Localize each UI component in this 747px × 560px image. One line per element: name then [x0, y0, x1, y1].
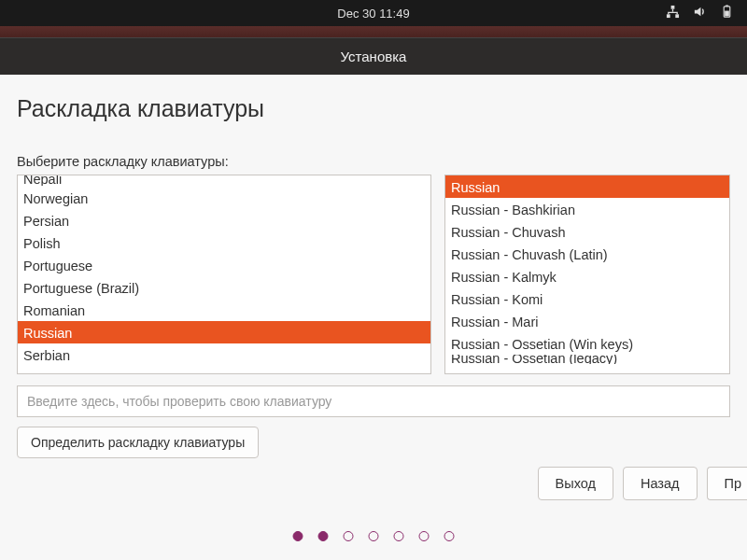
- keyboard-test-input[interactable]: [17, 385, 730, 417]
- clock: Dec 30 11:49: [337, 7, 409, 21]
- list-item[interactable]: Russian - Chuvash (Latin): [445, 243, 729, 265]
- variant-listbox[interactable]: Russian Russian - Bashkirian Russian - C…: [444, 175, 730, 374]
- list-item[interactable]: Russian - Kalmyk: [445, 265, 729, 287]
- svg-rect-5: [725, 11, 729, 17]
- svg-rect-4: [726, 5, 728, 6]
- list-item[interactable]: Romanian: [18, 299, 430, 321]
- battery-icon[interactable]: [720, 5, 734, 21]
- progress-dot: [369, 531, 379, 541]
- progress-dot: [318, 531, 329, 541]
- volume-icon[interactable]: [693, 5, 707, 21]
- quit-button[interactable]: Выход: [538, 467, 613, 500]
- svg-rect-0: [671, 6, 675, 9]
- window-title: Установка: [341, 49, 407, 64]
- list-item[interactable]: Russian - Mari: [445, 310, 729, 332]
- svg-rect-1: [667, 14, 670, 18]
- list-item[interactable]: Serbian: [18, 343, 430, 366]
- nav-buttons: Выход Назад Пр: [538, 467, 747, 500]
- progress-indicator: [293, 531, 455, 541]
- system-tray: [666, 5, 734, 21]
- layout-lists: Norwegian Persian Polish Portuguese Port…: [17, 175, 730, 374]
- continue-button[interactable]: Пр: [707, 467, 748, 500]
- list-item[interactable]: Norwegian: [18, 187, 430, 209]
- page-title: Раскладка клавиатуры: [17, 95, 730, 122]
- list-item-selected[interactable]: Russian: [445, 175, 729, 198]
- detect-layout-button[interactable]: Определить раскладку клавиатуры: [17, 427, 259, 458]
- list-item[interactable]: Russian - Ossetian (Win keys): [445, 332, 729, 355]
- progress-dot: [419, 531, 430, 541]
- window-titlebar: Установка: [0, 37, 747, 75]
- network-icon[interactable]: [666, 5, 680, 21]
- svg-rect-2: [675, 14, 679, 18]
- layout-prompt: Выберите раскладку клавиатуры:: [17, 154, 730, 169]
- list-item[interactable]: Polish: [18, 231, 430, 254]
- progress-dot: [344, 531, 354, 541]
- language-listbox[interactable]: Norwegian Persian Polish Portuguese Port…: [17, 175, 431, 374]
- list-item-selected[interactable]: Russian: [18, 321, 430, 343]
- progress-dot: [394, 531, 404, 541]
- list-item[interactable]: [18, 175, 430, 187]
- list-item[interactable]: Russian - Chuvash: [445, 220, 729, 243]
- progress-dot: [444, 531, 455, 541]
- installer-page: Раскладка клавиатуры Выберите раскладку …: [0, 75, 747, 458]
- list-item[interactable]: Portuguese: [18, 254, 430, 276]
- list-item[interactable]: Russian - Ossetian (legacy): [445, 355, 729, 364]
- back-button[interactable]: Назад: [623, 467, 698, 500]
- progress-dot: [293, 531, 303, 541]
- list-item[interactable]: Russian - Komi: [445, 287, 729, 310]
- list-item[interactable]: Persian: [18, 209, 430, 231]
- list-item[interactable]: Russian - Bashkirian: [445, 198, 729, 220]
- system-topbar: Dec 30 11:49: [0, 0, 747, 26]
- window-chrome: [0, 26, 747, 37]
- list-item[interactable]: Portuguese (Brazil): [18, 276, 430, 299]
